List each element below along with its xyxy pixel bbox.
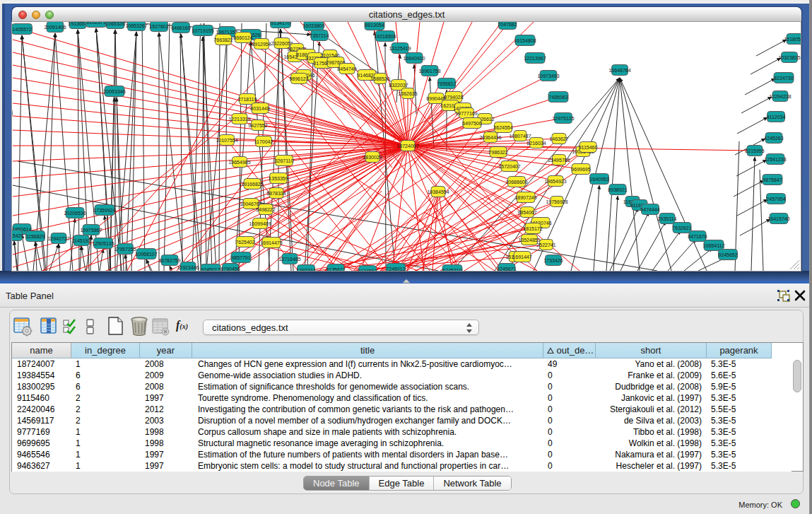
- svg-text:12294238: 12294238: [769, 94, 791, 99]
- svg-text:9102371: 9102371: [86, 22, 105, 25]
- svg-text:1156829: 1156829: [26, 234, 45, 239]
- svg-text:8245671: 8245671: [497, 267, 516, 271]
- svg-text:16033809: 16033809: [302, 23, 324, 28]
- svg-text:8454749: 8454749: [337, 66, 356, 71]
- svg-text:20091406: 20091406: [44, 25, 66, 30]
- svg-text:10719155: 10719155: [192, 28, 213, 33]
- svg-text:8031448: 8031448: [250, 106, 269, 111]
- svg-text:9115460: 9115460: [579, 145, 598, 150]
- svg-text:1830029: 1830029: [363, 155, 382, 160]
- svg-text:12975125: 12975125: [552, 116, 574, 121]
- svg-text:1527602: 1527602: [149, 24, 168, 29]
- svg-text:7625402: 7625402: [235, 240, 254, 245]
- svg-text:7663822: 7663822: [213, 37, 233, 42]
- svg-text:7632621: 7632621: [672, 226, 691, 230]
- svg-text:9857791: 9857791: [231, 255, 250, 260]
- svg-text:8215955: 8215955: [745, 148, 764, 153]
- svg-text:16782759: 16782759: [158, 258, 180, 263]
- svg-text:1913654: 1913654: [68, 22, 87, 26]
- svg-text:1691447: 1691447: [512, 255, 531, 259]
- svg-text:12942737: 12942737: [47, 236, 69, 241]
- svg-text:10807487: 10807487: [509, 134, 531, 139]
- svg-text:1405572: 1405572: [12, 27, 31, 32]
- svg-text:17359924: 17359924: [93, 208, 115, 213]
- svg-text:10958107: 10958107: [135, 252, 157, 257]
- svg-text:17957255: 17957255: [114, 247, 136, 252]
- svg-text:12213319: 12213319: [228, 117, 250, 122]
- svg-text:15720407: 15720407: [498, 164, 520, 169]
- svg-text:3912954: 3912954: [252, 42, 271, 47]
- svg-text:3624554: 3624554: [493, 125, 512, 130]
- svg-text:19756928: 19756928: [546, 199, 567, 204]
- svg-text:16099489: 16099489: [249, 221, 271, 226]
- svg-text:8471676: 8471676: [688, 234, 707, 239]
- svg-text:2522741: 2522741: [536, 243, 555, 247]
- svg-text:2935114: 2935114: [658, 216, 677, 221]
- svg-text:9427552: 9427552: [248, 123, 267, 128]
- svg-text:6216034: 6216034: [526, 141, 546, 146]
- svg-text:19671355: 19671355: [216, 30, 237, 35]
- svg-text:19654923: 19654923: [544, 179, 566, 184]
- svg-text:20053346: 20053346: [103, 89, 125, 94]
- svg-text:16154808: 16154808: [514, 38, 536, 43]
- svg-text:7655812: 7655812: [437, 81, 456, 86]
- svg-text:8813054: 8813054: [365, 23, 384, 28]
- svg-text:1170042: 1170042: [254, 139, 273, 144]
- svg-text:19975867: 19975867: [80, 228, 102, 233]
- svg-text:15180586: 15180586: [784, 37, 801, 42]
- svg-text:12505135: 12505135: [92, 241, 114, 246]
- svg-text:9245652: 9245652: [718, 252, 737, 257]
- svg-text:1733426: 1733426: [543, 258, 563, 263]
- svg-text:16415740: 16415740: [767, 216, 789, 221]
- svg-text:2457954: 2457954: [766, 197, 785, 201]
- svg-text:6497506: 6497506: [462, 121, 481, 126]
- svg-text:18907249: 18907249: [514, 195, 536, 200]
- svg-text:8938921: 8938921: [608, 187, 627, 192]
- svg-text:10973493: 10973493: [537, 74, 559, 78]
- svg-text:6245310: 6245310: [442, 268, 461, 271]
- svg-text:1292344: 1292344: [296, 268, 315, 271]
- svg-text:1815172: 1815172: [523, 226, 542, 231]
- svg-text:9699695: 9699695: [571, 167, 590, 172]
- svg-text:10653267: 10653267: [125, 23, 147, 28]
- svg-text:8660124: 8660124: [233, 35, 252, 40]
- svg-text:20364436: 20364436: [479, 135, 501, 140]
- svg-text:13125419: 13125419: [389, 46, 411, 51]
- svg-text:7357214: 7357214: [310, 33, 329, 38]
- svg-text:13716485: 13716485: [278, 257, 300, 262]
- svg-text:2718119: 2718119: [238, 97, 257, 102]
- svg-text:9134562: 9134562: [358, 269, 377, 271]
- svg-text:5498222: 5498222: [256, 207, 275, 212]
- svg-text:5878334: 5878334: [266, 191, 286, 196]
- svg-text:19777169: 19777169: [455, 111, 477, 116]
- svg-text:12541238: 12541238: [764, 157, 786, 162]
- svg-text:1065326: 1065326: [105, 22, 124, 26]
- svg-text:7245012: 7245012: [386, 267, 405, 271]
- svg-text:4112034: 4112034: [767, 115, 786, 119]
- svg-text:7986322: 7986322: [488, 150, 507, 155]
- svg-text:4245263: 4245263: [764, 136, 783, 141]
- svg-text:12923446: 12923446: [177, 265, 199, 270]
- svg-text:16961758: 16961758: [418, 69, 440, 74]
- svg-text:13524851: 13524851: [518, 238, 540, 243]
- svg-text:1353359: 1353359: [269, 176, 288, 181]
- svg-text:9875847: 9875847: [763, 177, 782, 182]
- svg-text:2536650: 2536650: [12, 111, 13, 116]
- svg-text:3915426: 3915426: [12, 233, 24, 238]
- svg-text:9474444: 9474444: [640, 207, 659, 212]
- svg-text:12213967: 12213967: [524, 56, 546, 61]
- svg-text:16914479: 16914479: [260, 240, 282, 245]
- svg-text:1463627: 1463627: [549, 136, 568, 141]
- svg-text:6466160: 6466160: [171, 25, 190, 30]
- svg-text:8990448: 8990448: [426, 96, 445, 101]
- svg-text:1145193: 1145193: [72, 238, 91, 243]
- svg-text:16640910: 16640910: [403, 56, 425, 61]
- svg-text:19218506: 19218506: [374, 34, 396, 39]
- svg-text:9134170: 9134170: [271, 22, 290, 25]
- svg-text:18724007: 18724007: [396, 144, 418, 148]
- svg-text:1640953: 1640953: [589, 177, 608, 182]
- svg-text:2047682: 2047682: [498, 22, 517, 27]
- svg-text:8224730: 8224730: [774, 76, 793, 81]
- svg-text:19654985: 19654985: [228, 160, 250, 165]
- svg-text:8790456: 8790456: [220, 267, 240, 271]
